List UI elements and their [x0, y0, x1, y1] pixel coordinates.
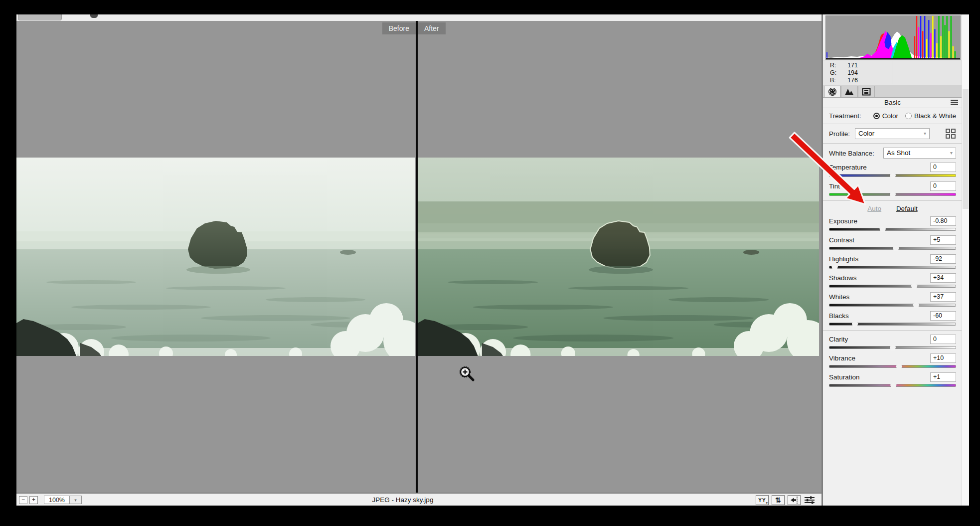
white-balance-sliders: Temperature 0 Tint 0 — [829, 163, 956, 196]
r-value: 171 — [841, 62, 858, 69]
rgb-row-g: G: 194 — [823, 69, 962, 77]
slider-vibrance: Vibrance +10 — [829, 353, 956, 368]
slider-exposure: Exposure -0.80 — [829, 216, 956, 231]
slider-track[interactable] — [829, 304, 956, 307]
default-link[interactable]: Default — [896, 205, 918, 212]
slider-track[interactable] — [829, 346, 956, 349]
tab-camera-calibration[interactable] — [858, 86, 875, 97]
slider-value-field[interactable]: +34 — [930, 273, 956, 283]
aperture-icon — [828, 87, 837, 96]
slider-value-field[interactable]: +10 — [930, 353, 956, 363]
slider-value-field[interactable]: -92 — [930, 254, 956, 264]
panel-header: Basic — [823, 98, 962, 108]
profile-browser-grid-icon[interactable] — [945, 128, 956, 139]
before-image[interactable] — [16, 158, 415, 356]
slider-thumb[interactable] — [893, 245, 899, 251]
slider-thumb[interactable] — [890, 345, 896, 351]
slider-thumb[interactable] — [831, 264, 838, 270]
histogram[interactable] — [825, 15, 961, 60]
zoom-in-button[interactable]: + — [29, 496, 38, 504]
radio-unselected-icon — [905, 113, 912, 119]
zoom-level-dropdown[interactable]: ▾ — [70, 496, 82, 504]
treatment-bw-radio[interactable]: Black & White — [905, 112, 956, 120]
before-after-divider — [416, 21, 418, 493]
rgb-readout: R: 171 G: 194 B: 176 — [823, 60, 962, 85]
slider-value-field[interactable]: 0 — [930, 163, 956, 172]
b-label: B: — [830, 77, 841, 84]
after-image[interactable] — [418, 158, 819, 356]
slider-thumb[interactable] — [879, 226, 886, 232]
radio-selected-icon — [873, 113, 880, 119]
tab-detail[interactable] — [841, 86, 858, 97]
separator — [823, 143, 962, 144]
panel-tabbar — [823, 85, 962, 98]
slider-thumb[interactable] — [896, 363, 902, 369]
adjustment-sliders-icon[interactable] — [804, 495, 816, 505]
chevron-down-icon: ▾ — [950, 148, 953, 158]
slider-track[interactable] — [829, 193, 956, 196]
treatment-color-radio[interactable]: Color — [873, 112, 898, 120]
slider-track[interactable] — [829, 266, 956, 269]
profile-label: Profile: — [829, 130, 850, 138]
slider-label: Temperature — [829, 164, 867, 171]
presence-sliders: Clarity 0 Vibrance +10 Saturation +1 — [829, 335, 956, 387]
slider-thumb[interactable] — [911, 283, 918, 289]
profile-row: Profile: Color ▾ — [829, 128, 956, 139]
slider-thumb[interactable] — [890, 173, 896, 178]
profile-value: Color — [858, 130, 874, 137]
zoom-out-button[interactable]: − — [19, 496, 27, 504]
white-balance-value: As Shot — [887, 149, 910, 157]
slider-track[interactable] — [829, 228, 956, 231]
camera-raw-dialog: Before After − + 100% ▾ — [0, 0, 980, 526]
panel-menu-icon[interactable] — [951, 100, 958, 106]
slider-value-field[interactable]: +37 — [930, 292, 956, 302]
slider-value-field[interactable]: -0.80 — [930, 216, 956, 226]
slider-value-field[interactable]: 0 — [930, 181, 956, 191]
tab-basic[interactable] — [824, 86, 841, 97]
slider-saturation: Saturation +1 — [829, 372, 956, 387]
slider-label: Highlights — [829, 255, 858, 263]
slider-track[interactable] — [829, 247, 956, 250]
slider-track[interactable] — [829, 323, 956, 326]
image-canvas[interactable]: Before After — [16, 21, 821, 493]
slider-value-field[interactable]: -60 — [930, 311, 956, 321]
panel-scrollbar[interactable] — [962, 14, 969, 506]
slider-label: Clarity — [829, 336, 848, 343]
separator — [823, 330, 962, 331]
slider-label: Shadows — [829, 274, 857, 282]
copy-settings-button[interactable] — [788, 495, 801, 505]
before-after-view-button[interactable]: YY ▾ — [756, 495, 769, 505]
slider-value-field[interactable]: +5 — [930, 235, 956, 245]
slider-track[interactable] — [829, 384, 956, 387]
panel-title: Basic — [823, 98, 962, 108]
zoom-cursor-icon — [459, 365, 476, 382]
slider-value-field[interactable]: +1 — [930, 372, 956, 382]
separator — [823, 124, 962, 124]
scrollbar-thumb[interactable] — [963, 89, 969, 209]
auto-link[interactable]: Auto — [867, 205, 881, 212]
slider-value-field[interactable]: 0 — [930, 335, 956, 344]
r-label: R: — [830, 62, 841, 69]
profile-select[interactable]: Color ▾ — [855, 128, 930, 139]
before-label: Before — [382, 22, 416, 34]
swap-before-after-button[interactable]: ⇅ — [772, 495, 785, 505]
swap-arrows-icon: ⇅ — [775, 497, 781, 504]
slider-track[interactable] — [829, 285, 956, 288]
slider-label: Blacks — [829, 312, 849, 320]
slider-thumb[interactable] — [890, 382, 897, 388]
slider-thumb[interactable] — [913, 302, 919, 308]
slider-temperature: Temperature 0 — [829, 163, 956, 177]
copy-left-arrow-icon — [789, 496, 799, 504]
slider-track[interactable] — [829, 365, 956, 368]
slider-track[interactable] — [829, 174, 956, 177]
zoom-level-field[interactable]: 100% — [44, 496, 70, 504]
auto-default-row: Auto Default — [829, 205, 956, 212]
before-after-view-glyph: YY — [758, 498, 766, 503]
white-balance-select[interactable]: As Shot ▾ — [883, 148, 956, 159]
treatment-label: Treatment: — [829, 112, 861, 120]
slider-label: Whites — [829, 293, 849, 301]
b-value: 176 — [841, 77, 858, 84]
slider-thumb[interactable] — [852, 321, 858, 327]
slider-shadows: Shadows +34 — [829, 273, 956, 288]
slider-thumb[interactable] — [890, 191, 896, 197]
